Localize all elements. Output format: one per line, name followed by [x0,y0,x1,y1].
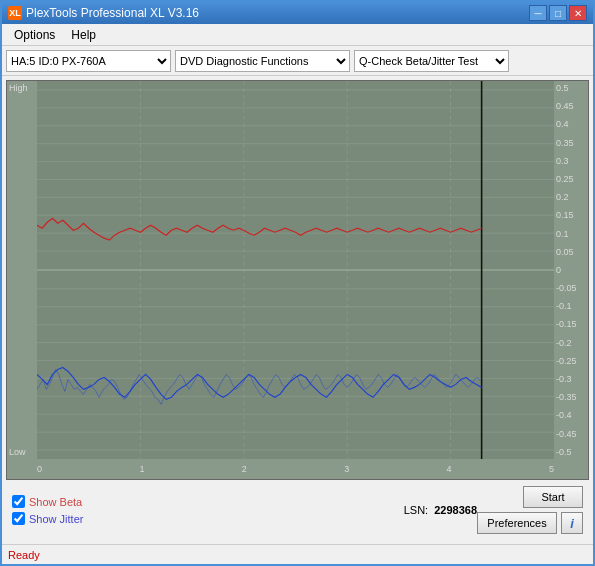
status-text: Ready [8,549,40,561]
x-label-5: 5 [549,464,554,474]
test-select[interactable]: Q-Check Beta/Jitter Test [354,50,509,72]
chart-svg-area [37,81,554,459]
chart-low-label: Low [9,447,26,457]
info-icon: i [570,516,574,531]
beta-checkbox-row: Show Beta [12,495,394,508]
menu-bar: Options Help [2,24,593,46]
x-axis: 0 1 2 3 4 5 [37,459,554,479]
window-title: PlexTools Professional XL V3.16 [26,6,199,20]
start-button[interactable]: Start [523,486,583,508]
chart-high-label: High [9,83,28,93]
function-select[interactable]: DVD Diagnostic Functions [175,50,350,72]
x-label-3: 3 [344,464,349,474]
preferences-button[interactable]: Preferences [477,512,557,534]
buttons-area: Start Preferences i [477,486,583,534]
jitter-checkbox-row: Show Jitter [12,512,394,525]
close-button[interactable]: ✕ [569,5,587,21]
window-controls: ─ □ ✕ [529,5,587,21]
show-jitter-checkbox[interactable] [12,512,25,525]
show-beta-checkbox[interactable] [12,495,25,508]
show-beta-label: Show Beta [29,496,82,508]
chart-svg [37,81,554,459]
chart-container: High Low 0.5 0.45 0.4 0.35 0.3 0.25 0.2 … [6,80,589,480]
y-axis-right: 0.5 0.45 0.4 0.35 0.3 0.25 0.2 0.15 0.1 … [554,81,588,459]
menu-help[interactable]: Help [63,26,104,44]
bottom-controls: Show Beta Show Jitter LSN: 2298368 Start… [6,480,589,540]
title-bar-left: XL PlexTools Professional XL V3.16 [8,6,199,20]
title-bar: XL PlexTools Professional XL V3.16 ─ □ ✕ [2,2,593,24]
device-select[interactable]: HA:5 ID:0 PX-760A [6,50,171,72]
x-label-0: 0 [37,464,42,474]
lsn-value: 2298368 [434,504,477,516]
main-content: High Low 0.5 0.45 0.4 0.35 0.3 0.25 0.2 … [2,76,593,544]
show-jitter-label: Show Jitter [29,513,83,525]
x-label-4: 4 [447,464,452,474]
info-button[interactable]: i [561,512,583,534]
checkboxes-area: Show Beta Show Jitter [12,495,394,525]
maximize-button[interactable]: □ [549,5,567,21]
menu-options[interactable]: Options [6,26,63,44]
bottom-row: Preferences i [477,512,583,534]
app-icon: XL [8,6,22,20]
lsn-area: LSN: 2298368 [404,504,477,516]
main-window: XL PlexTools Professional XL V3.16 ─ □ ✕… [0,0,595,566]
minimize-button[interactable]: ─ [529,5,547,21]
x-label-2: 2 [242,464,247,474]
toolbar: HA:5 ID:0 PX-760A DVD Diagnostic Functio… [2,46,593,76]
lsn-label: LSN: [404,504,428,516]
status-bar: Ready [2,544,593,564]
x-label-1: 1 [139,464,144,474]
